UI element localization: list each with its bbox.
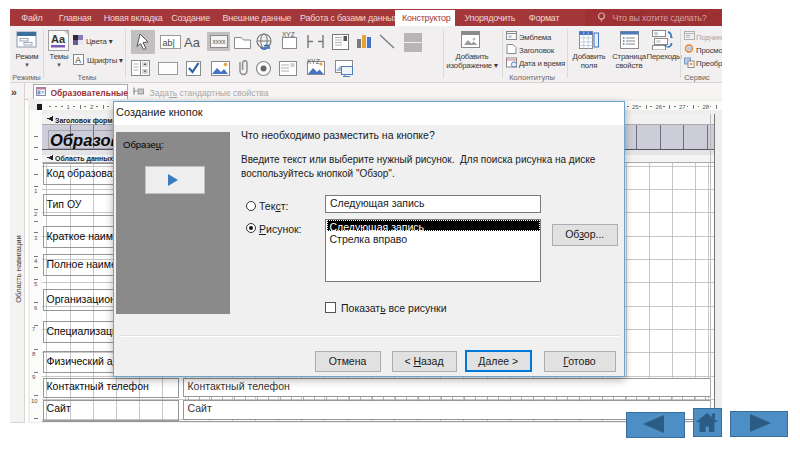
svg-text:XYZ: XYZ <box>282 31 295 38</box>
svg-text:Сайт: Сайт <box>47 402 71 414</box>
svg-text:28: 28 <box>703 104 710 110</box>
svg-text:Тип ОУ: Тип ОУ <box>47 198 82 210</box>
svg-text:Заголовок формы: Заголовок формы <box>55 117 118 125</box>
svg-text:Контактный телефон: Контактный телефон <box>47 380 150 392</box>
svg-text:Контактный телефон: Контактный телефон <box>188 380 291 392</box>
svg-text:Сайт: Сайт <box>188 402 212 414</box>
svg-text:ab|: ab| <box>163 38 175 48</box>
svg-text:10: 10 <box>31 398 38 404</box>
svg-text:XYZ: XYZ <box>307 58 320 65</box>
svg-text:27: 27 <box>679 104 686 110</box>
svg-text:26: 26 <box>656 104 663 110</box>
svg-text:Область данных: Область данных <box>55 155 113 163</box>
svg-text:A: A <box>75 55 81 65</box>
svg-text:xxxx: xxxx <box>213 38 227 45</box>
svg-text:25: 25 <box>632 104 639 110</box>
svg-text:Aa: Aa <box>51 33 66 45</box>
svg-text:Aa: Aa <box>184 35 201 50</box>
